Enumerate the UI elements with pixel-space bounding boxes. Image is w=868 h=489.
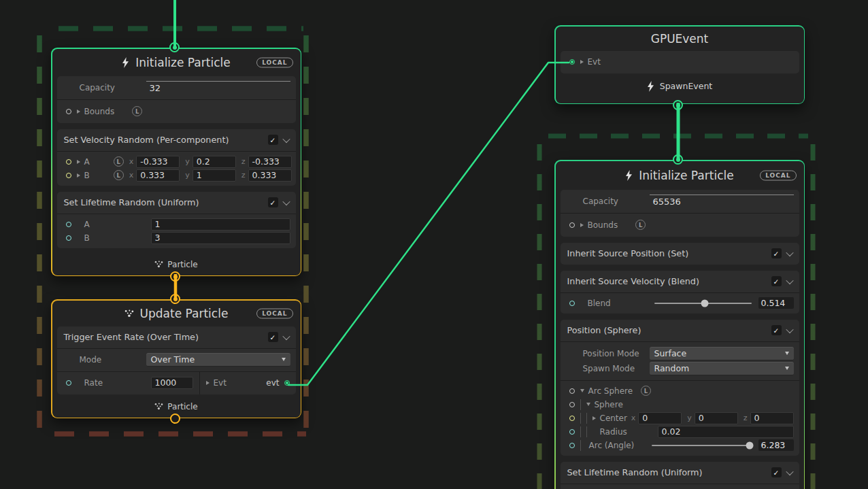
block-enabled-checkbox[interactable]: ✓ xyxy=(268,197,278,207)
b-port[interactable] xyxy=(66,235,71,241)
b-port[interactable] xyxy=(66,173,71,178)
expander-arrow-icon[interactable] xyxy=(580,60,584,64)
node-title-bar[interactable]: Initialize Particle LOCAL xyxy=(52,49,301,76)
expander-arrow-icon[interactable] xyxy=(592,416,596,420)
chevron-down-icon[interactable] xyxy=(786,467,793,475)
block-header[interactable]: Set Lifetime Random (Uniform) ✓ xyxy=(57,192,296,214)
block-inherit-source-position[interactable]: Inherit Source Position (Set) ✓ xyxy=(561,243,799,265)
local-space-icon[interactable]: L xyxy=(114,170,124,180)
vfx-graph-canvas[interactable]: Initialize Particle LOCAL Capacity 32 Bo… xyxy=(0,0,868,489)
expander-arrow-icon[interactable] xyxy=(77,160,80,164)
expander-arrow-icon[interactable] xyxy=(77,109,80,114)
a-port[interactable] xyxy=(66,222,71,227)
block-trigger-event-rate[interactable]: Trigger Event Rate (Over Time) ✓ Mode Ov… xyxy=(57,326,296,394)
a-port[interactable] xyxy=(66,159,71,165)
spawn-mode-dropdown[interactable]: Random xyxy=(650,362,794,375)
a-y-field[interactable]: 0.2 xyxy=(193,156,236,168)
sphere-port[interactable] xyxy=(569,402,575,407)
block-enabled-checkbox[interactable]: ✓ xyxy=(771,276,782,286)
b-y-field[interactable]: 1 xyxy=(193,169,236,182)
block-header[interactable]: Position (Sphere) ✓ xyxy=(561,320,799,341)
bounds-port[interactable] xyxy=(569,222,575,228)
radius-port[interactable] xyxy=(569,429,575,435)
node-initialize-particle-right[interactable]: Initialize Particle LOCAL Capacity 65536… xyxy=(554,160,805,489)
chevron-down-icon[interactable] xyxy=(282,197,290,205)
bounds-port[interactable] xyxy=(66,109,71,114)
evt-input-label: Evt xyxy=(214,378,227,388)
rate-field[interactable]: 1000 xyxy=(151,377,193,389)
expander-arrow-icon[interactable] xyxy=(580,223,584,227)
arc-angle-port[interactable] xyxy=(569,443,575,448)
position-mode-dropdown[interactable]: Surface xyxy=(650,347,794,360)
block-set-velocity-random[interactable]: Set Velocity Random (Per-component) ✓ A … xyxy=(57,129,296,186)
block-header[interactable]: Trigger Event Rate (Over Time) ✓ xyxy=(57,326,296,348)
block-header[interactable]: Set Velocity Random (Per-component) ✓ xyxy=(57,129,296,151)
node-title-bar[interactable]: Update Particle LOCAL xyxy=(52,301,301,326)
flow-output-port[interactable] xyxy=(170,414,180,424)
mode-dropdown[interactable]: Over Time xyxy=(146,353,290,367)
chevron-down-icon[interactable] xyxy=(786,325,793,333)
block-header[interactable]: Inherit Source Position (Set) ✓ xyxy=(561,243,799,265)
block-header[interactable]: Inherit Source Velocity (Blend) ✓ xyxy=(561,271,799,292)
flow-input-port[interactable] xyxy=(169,42,180,52)
center-x-field[interactable]: 0 xyxy=(638,412,682,424)
node-title-bar[interactable]: Initialize Particle LOCAL xyxy=(556,161,804,190)
block-enabled-checkbox[interactable]: ✓ xyxy=(771,248,782,258)
arc-angle-slider-handle[interactable] xyxy=(746,441,753,449)
indent-guide xyxy=(580,399,581,410)
arc-angle-slider[interactable] xyxy=(652,445,752,446)
blend-slider-handle[interactable] xyxy=(701,299,708,307)
evt-output-port[interactable] xyxy=(284,380,290,386)
chevron-down-icon[interactable] xyxy=(786,248,793,256)
foldout-open-icon[interactable] xyxy=(580,389,584,392)
capacity-field[interactable]: 65536 xyxy=(650,195,794,208)
block-enabled-checkbox[interactable]: ✓ xyxy=(268,135,278,145)
center-port[interactable] xyxy=(569,416,575,421)
local-space-icon[interactable]: L xyxy=(114,156,124,167)
node-initialize-particle-left[interactable]: Initialize Particle LOCAL Capacity 32 Bo… xyxy=(51,48,301,276)
block-set-lifetime-random[interactable]: Set Lifetime Random (Uniform) ✓ A 1 B 3 xyxy=(57,192,296,248)
a-z-field[interactable]: -0.333 xyxy=(248,156,292,168)
expander-arrow-icon[interactable] xyxy=(206,381,210,385)
block-header[interactable]: Set Lifetime Random (Uniform) ✓ xyxy=(561,462,799,484)
block-enabled-checkbox[interactable]: ✓ xyxy=(268,332,278,342)
b-z-field[interactable]: 0.333 xyxy=(248,169,292,182)
node-gpuevent[interactable]: GPUEvent Evt SpawnEvent xyxy=(554,25,805,104)
blend-value-field[interactable]: 0.514 xyxy=(758,297,794,309)
chevron-down-icon[interactable] xyxy=(282,135,290,142)
b-field[interactable]: 3 xyxy=(151,232,290,244)
arc-angle-value-field[interactable]: 6.283 xyxy=(758,439,794,451)
block-enabled-checkbox[interactable]: ✓ xyxy=(771,467,782,477)
b-x-field[interactable]: 0.333 xyxy=(136,169,180,182)
block-title: Position (Sphere) xyxy=(567,325,766,335)
blend-port[interactable] xyxy=(569,301,575,306)
center-z-field[interactable]: 0 xyxy=(750,412,794,424)
expander-arrow-icon[interactable] xyxy=(77,173,80,178)
edge-evt-to-gpuevent[interactable] xyxy=(288,63,569,385)
flow-output-port[interactable] xyxy=(673,100,683,110)
a-field[interactable]: 1 xyxy=(151,218,290,231)
node-update-particle[interactable]: Update Particle LOCAL Trigger Event Rate… xyxy=(51,299,301,418)
rate-port[interactable] xyxy=(66,380,71,386)
block-position-sphere[interactable]: Position (Sphere) ✓ Position Mode Surfac… xyxy=(561,320,799,456)
evt-input-port[interactable] xyxy=(569,59,575,65)
blend-slider[interactable] xyxy=(654,303,752,304)
local-space-icon[interactable]: L xyxy=(641,386,651,396)
flow-output-port[interactable] xyxy=(170,271,180,282)
block-set-lifetime-random[interactable]: Set Lifetime Random (Uniform) ✓ xyxy=(561,462,799,489)
radius-field[interactable]: 0.02 xyxy=(658,426,794,438)
a-x-field[interactable]: -0.333 xyxy=(136,156,180,168)
capacity-field[interactable]: 32 xyxy=(146,81,290,95)
chevron-down-icon[interactable] xyxy=(282,332,290,339)
center-y-field[interactable]: 0 xyxy=(695,412,738,424)
node-title-bar[interactable]: GPUEvent xyxy=(556,27,804,51)
foldout-open-icon[interactable] xyxy=(586,403,590,406)
local-space-icon[interactable]: L xyxy=(132,106,142,116)
local-space-icon[interactable]: L xyxy=(635,220,646,230)
chevron-down-icon[interactable] xyxy=(786,276,793,284)
flow-input-port[interactable] xyxy=(170,294,180,304)
block-enabled-checkbox[interactable]: ✓ xyxy=(771,325,782,335)
flow-input-port[interactable] xyxy=(673,154,683,165)
block-inherit-source-velocity[interactable]: Inherit Source Velocity (Blend) ✓ Blend … xyxy=(561,271,799,314)
arc-sphere-port[interactable] xyxy=(569,388,575,394)
